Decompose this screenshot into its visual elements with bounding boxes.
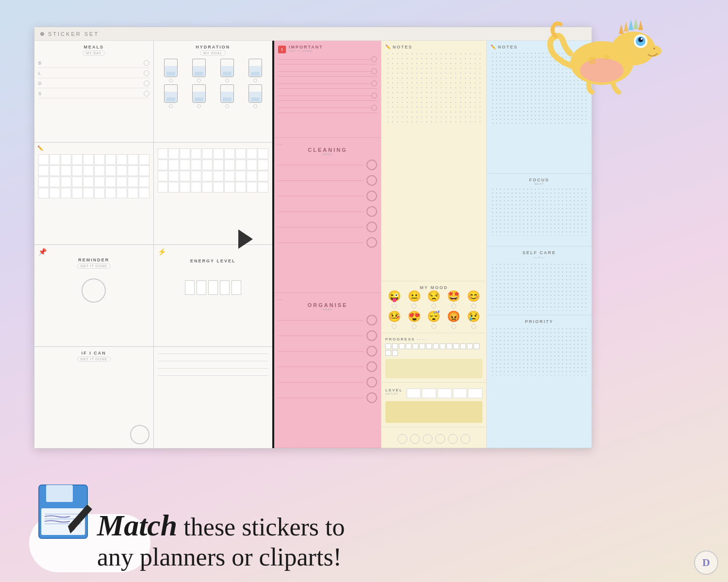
level-box-4[interactable] — [453, 388, 467, 398]
energy-bar-2[interactable] — [197, 280, 206, 295]
meal-circle-b[interactable] — [144, 60, 149, 66]
mood-circle-4[interactable] — [451, 304, 456, 308]
tracker-box[interactable] — [202, 182, 213, 193]
tracker-box[interactable] — [258, 148, 268, 159]
pd-15[interactable] — [385, 350, 391, 356]
mood-emoji-2[interactable]: 😐 — [408, 290, 421, 303]
tracker-box[interactable] — [50, 177, 60, 187]
tracker-box[interactable] — [105, 177, 116, 187]
tracker-box[interactable] — [105, 165, 116, 176]
mood-circle-1[interactable] — [392, 304, 397, 308]
mood-emoji-4[interactable]: 🤩 — [447, 290, 460, 303]
tracker-box[interactable] — [61, 154, 71, 165]
tracker-box[interactable] — [168, 148, 179, 159]
tracker-box[interactable] — [83, 177, 94, 187]
tracker-box[interactable] — [83, 188, 94, 198]
circle-2[interactable] — [410, 434, 420, 444]
mood-circle-2[interactable] — [412, 304, 416, 308]
tracker-box[interactable] — [224, 148, 235, 159]
mood-circle-6[interactable] — [392, 324, 397, 329]
tracker-box[interactable] — [180, 182, 190, 193]
pd-7[interactable] — [426, 343, 432, 349]
pd-3[interactable] — [399, 343, 405, 349]
tracker-box[interactable] — [202, 171, 213, 181]
pd-1[interactable] — [385, 343, 391, 349]
tracker-box[interactable] — [128, 188, 138, 198]
tracker-box[interactable] — [139, 188, 149, 198]
tracker-box[interactable] — [224, 160, 235, 170]
circle-6[interactable] — [461, 434, 470, 444]
tracker-box[interactable] — [168, 160, 179, 170]
tracker-box[interactable] — [168, 171, 179, 181]
tracker-box[interactable] — [72, 165, 83, 176]
pd-9[interactable] — [440, 343, 446, 349]
tracker-box[interactable] — [235, 160, 246, 170]
tracker-box[interactable] — [139, 154, 149, 165]
level-box-5[interactable] — [468, 388, 482, 398]
pd-4[interactable] — [406, 343, 412, 349]
tracker-box[interactable] — [158, 148, 168, 159]
tracker-box[interactable] — [139, 177, 149, 187]
meal-circle-d[interactable] — [144, 81, 149, 86]
pd-10[interactable] — [447, 343, 452, 349]
tracker-box[interactable] — [72, 154, 83, 165]
tracker-box[interactable] — [247, 182, 257, 193]
tracker-box[interactable] — [94, 154, 105, 165]
tracker-box[interactable] — [38, 165, 49, 176]
mood-circle-5[interactable] — [471, 304, 476, 308]
tracker-box[interactable] — [128, 165, 138, 176]
meal-circle-s[interactable] — [144, 91, 149, 97]
check-circle[interactable] — [371, 93, 377, 98]
tracker-box[interactable] — [235, 171, 246, 181]
mood-emoji-10[interactable]: 😢 — [467, 310, 480, 323]
pd-16[interactable] — [392, 350, 398, 356]
pd-2[interactable] — [392, 343, 398, 349]
energy-bar-3[interactable] — [208, 280, 218, 295]
tracker-box[interactable] — [94, 165, 105, 176]
organise-check-2[interactable] — [366, 330, 377, 341]
mood-emoji-6[interactable]: 🤒 — [388, 310, 401, 323]
tracker-box[interactable] — [180, 148, 190, 159]
mood-emoji-9[interactable]: 😡 — [447, 310, 460, 323]
meal-circle-l[interactable] — [144, 70, 149, 76]
circle-3[interactable] — [423, 434, 432, 444]
tracker-box[interactable] — [235, 148, 246, 159]
check-circle[interactable] — [371, 68, 377, 74]
tracker-box[interactable] — [116, 154, 127, 165]
energy-bar-1[interactable] — [185, 280, 195, 295]
tracker-box[interactable] — [224, 182, 235, 193]
check-circle[interactable] — [371, 81, 377, 86]
tracker-box[interactable] — [213, 182, 224, 193]
mood-circle-7[interactable] — [412, 324, 416, 329]
tracker-box[interactable] — [158, 171, 168, 181]
tracker-box[interactable] — [61, 177, 71, 187]
reminder-circle[interactable] — [82, 278, 106, 303]
cleaning-check-3[interactable] — [366, 191, 377, 201]
tracker-box[interactable] — [258, 171, 268, 181]
tracker-box[interactable] — [61, 188, 71, 198]
organise-check-6[interactable] — [366, 392, 377, 403]
tracker-box[interactable] — [105, 188, 116, 198]
cleaning-check-5[interactable] — [366, 222, 377, 232]
mood-emoji-3[interactable]: 😒 — [427, 290, 440, 303]
tracker-box[interactable] — [213, 160, 224, 170]
mood-circle-3[interactable] — [431, 304, 436, 308]
pd-13[interactable] — [467, 343, 473, 349]
pd-14[interactable] — [474, 343, 480, 349]
tracker-box[interactable] — [94, 177, 105, 187]
tracker-box[interactable] — [139, 165, 149, 176]
tracker-box[interactable] — [158, 160, 168, 170]
tracker-box[interactable] — [213, 171, 224, 181]
tracker-box[interactable] — [168, 182, 179, 193]
energy-bar-5[interactable] — [232, 280, 241, 295]
circle-4[interactable] — [435, 434, 445, 444]
cleaning-check-4[interactable] — [366, 206, 377, 217]
mood-circle-9[interactable] — [451, 324, 456, 329]
tracker-box[interactable] — [72, 188, 83, 198]
tracker-box[interactable] — [128, 154, 138, 165]
tracker-box[interactable] — [202, 160, 213, 170]
energy-bar-4[interactable] — [220, 280, 230, 295]
circle-5[interactable] — [448, 434, 458, 444]
tracker-box[interactable] — [224, 171, 235, 181]
tracker-box[interactable] — [105, 154, 116, 165]
